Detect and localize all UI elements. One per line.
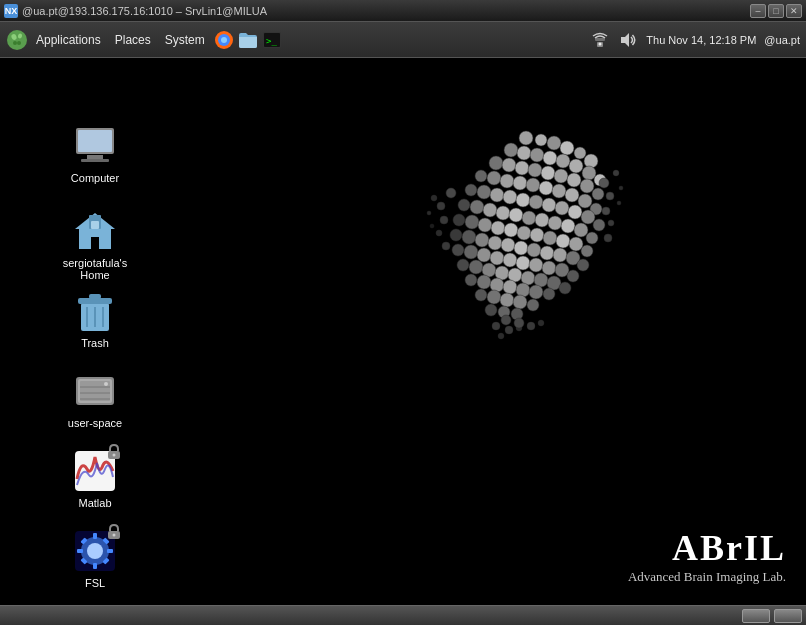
svg-point-89 [529,195,543,209]
svg-point-79 [539,181,553,195]
svg-point-165 [436,230,442,236]
svg-point-77 [513,176,527,190]
volume-icon[interactable] [618,30,638,50]
svg-point-73 [592,188,604,200]
svg-point-155 [487,290,501,304]
svg-point-102 [548,216,562,230]
svg-point-115 [569,237,583,251]
svg-point-103 [561,219,575,233]
minimize-button[interactable]: – [750,4,766,18]
close-button[interactable]: ✕ [786,4,802,18]
svg-point-105 [586,232,598,244]
svg-point-3 [13,41,17,45]
svg-point-124 [540,246,554,260]
files-icon[interactable] [237,29,259,51]
username: @ua.pt [764,34,800,46]
gnome-logo-icon[interactable] [6,29,28,51]
svg-point-87 [503,190,517,204]
svg-point-99 [509,208,523,222]
matlab-icon[interactable]: Matlab [55,443,135,513]
svg-point-153 [543,288,555,300]
svg-point-170 [608,220,614,226]
svg-point-104 [574,223,588,237]
svg-point-138 [457,259,469,271]
svg-point-42 [87,543,103,559]
workspace-1-button[interactable] [742,609,770,623]
svg-point-60 [543,151,557,165]
svg-point-52 [535,134,547,146]
svg-point-100 [522,211,536,225]
panel-right: Thu Nov 14, 12:18 PM @ua.pt [590,30,800,50]
svg-point-178 [527,322,535,330]
svg-point-177 [617,201,621,205]
applications-menu[interactable]: Applications [30,30,107,50]
panel-left: Applications Places System >_ [6,29,283,51]
svg-point-34 [104,382,108,386]
brain-visualization [376,88,656,388]
svg-point-36 [113,454,116,457]
svg-point-171 [604,234,612,242]
datetime: Thu Nov 14, 12:18 PM [646,34,756,46]
svg-point-0 [7,30,27,50]
network-icon[interactable] [590,30,610,50]
svg-point-173 [427,211,431,215]
places-menu[interactable]: Places [109,30,157,50]
svg-rect-18 [81,159,109,162]
svg-rect-24 [89,294,101,299]
svg-point-120 [488,236,502,250]
fsl-icon[interactable]: FSL [55,523,135,593]
system-menu[interactable]: System [159,30,211,50]
svg-rect-17 [87,155,103,159]
svg-point-127 [577,259,589,271]
svg-point-159 [485,304,497,316]
svg-point-128 [452,244,464,256]
svg-point-112 [530,228,544,242]
svg-point-111 [517,226,531,240]
svg-point-180 [538,320,544,326]
svg-point-137 [567,270,579,282]
svg-point-166 [442,242,450,250]
firefox-icon[interactable] [213,29,235,51]
computer-icon[interactable]: Computer [55,118,135,188]
svg-point-122 [514,241,528,255]
fsl-icon-img [71,527,119,575]
svg-point-158 [527,299,539,311]
svg-point-68 [528,163,542,177]
trash-icon[interactable]: Trash [55,283,135,353]
svg-point-119 [475,233,489,247]
svg-point-88 [516,193,530,207]
home-icon[interactable]: sergiotafula's Home [55,203,135,285]
svg-rect-21 [91,221,99,229]
svg-point-109 [491,221,505,235]
svg-point-123 [527,243,541,257]
workspace-2-button[interactable] [774,609,802,623]
svg-rect-43 [93,533,97,539]
svg-point-98 [496,206,510,220]
svg-point-70 [554,169,568,183]
svg-point-121 [501,238,515,252]
svg-point-176 [619,186,623,190]
svg-point-150 [503,280,517,294]
svg-point-162 [446,188,456,198]
svg-point-175 [613,170,619,176]
svg-point-130 [477,248,491,262]
home-icon-img [71,207,119,255]
svg-point-135 [542,261,556,275]
svg-point-54 [560,141,574,155]
trash-icon-img [71,287,119,335]
maximize-button[interactable]: □ [768,4,784,18]
svg-point-39 [113,534,116,537]
drive-icon[interactable]: user-space [55,363,135,433]
svg-point-131 [490,251,504,265]
computer-label: Computer [71,172,119,184]
svg-point-133 [516,256,530,270]
svg-point-101 [535,213,549,227]
svg-point-75 [487,171,501,185]
svg-point-163 [437,202,445,210]
svg-point-129 [464,245,478,259]
svg-point-157 [513,295,527,309]
svg-rect-12 [595,38,605,41]
terminal-icon[interactable]: >_ [261,29,283,51]
svg-point-147 [465,274,477,286]
svg-point-55 [574,147,586,159]
